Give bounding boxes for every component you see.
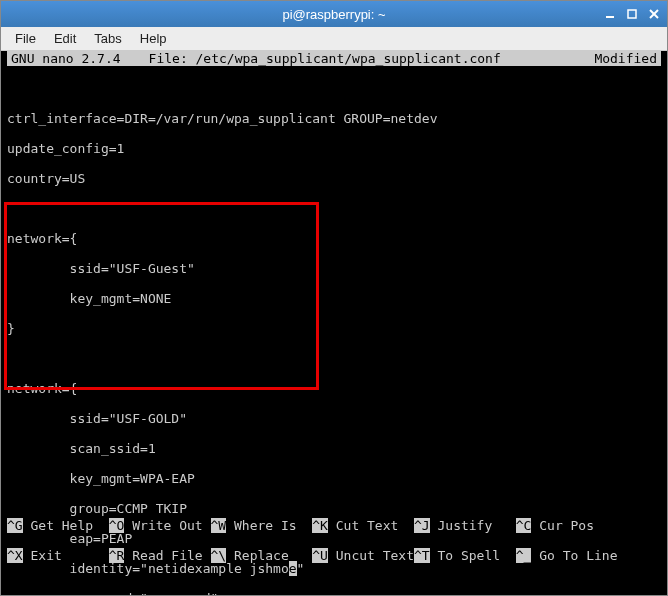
menu-help[interactable]: Help (132, 28, 175, 49)
code-line: ssid="USF-Guest" (7, 261, 661, 276)
code-line: update_config=1 (7, 141, 661, 156)
shortcut-label: Replace (226, 548, 312, 563)
shortcut-key: ^K (312, 518, 328, 533)
code-line: country=US (7, 171, 661, 186)
shortcut-label: Cur Pos (531, 518, 594, 533)
code-line: network={ (7, 231, 661, 246)
shortcut-label: Uncut Text (328, 548, 414, 563)
shortcut-label: Get Help (23, 518, 109, 533)
menu-edit[interactable]: Edit (46, 28, 84, 49)
shortcut-label: Exit (23, 548, 109, 563)
minimize-button[interactable] (601, 6, 619, 22)
code-line: key_mgmt=NONE (7, 291, 661, 306)
code-line (7, 201, 661, 216)
shortcut-key: ^J (414, 518, 430, 533)
shortcut-key: ^X (7, 548, 23, 563)
terminal-window: pi@raspberrypi: ~ File Edit Tabs Help GN… (0, 0, 668, 596)
shortcut-label: Read File (124, 548, 210, 563)
shortcut-label: To Spell (430, 548, 516, 563)
code-line: } (7, 321, 661, 336)
shortcut-label: Cut Text (328, 518, 414, 533)
shortcut-key: ^\ (211, 548, 227, 563)
shortcut-key: ^R (109, 548, 125, 563)
shortcut-label: Where Is (226, 518, 312, 533)
menu-tabs[interactable]: Tabs (86, 28, 129, 49)
nano-status: Modified (594, 51, 657, 66)
window-title: pi@raspberrypi: ~ (1, 7, 667, 22)
code-line: ctrl_interface=DIR=/var/run/wpa_supplica… (7, 111, 661, 126)
shortcut-key: ^W (211, 518, 227, 533)
shortcut-key: ^C (516, 518, 532, 533)
nano-header: GNU nano 2.7.4 File: /etc/wpa_supplicant… (7, 51, 661, 66)
code-line: scan_ssid=1 (7, 441, 661, 456)
maximize-button[interactable] (623, 6, 641, 22)
window-titlebar: pi@raspberrypi: ~ (1, 1, 667, 27)
shortcut-key: ^O (109, 518, 125, 533)
code-line: ssid="USF-GOLD" (7, 411, 661, 426)
shortcut-key: ^U (312, 548, 328, 563)
nano-shortcut-bar: ^G Get Help ^O Write Out ^W Where Is ^K … (7, 503, 661, 593)
nano-file-path: File: /etc/wpa_supplicant/wpa_supplicant… (121, 51, 595, 66)
code-line (7, 81, 661, 96)
terminal-area[interactable]: GNU nano 2.7.4 File: /etc/wpa_supplicant… (1, 51, 667, 595)
shortcut-label: Justify (430, 518, 516, 533)
shortcut-key: ^_ (516, 548, 532, 563)
menu-file[interactable]: File (7, 28, 44, 49)
svg-rect-1 (628, 10, 636, 18)
close-button[interactable] (645, 6, 663, 22)
code-line: key_mgmt=WPA-EAP (7, 471, 661, 486)
nano-app-name: GNU nano 2.7.4 (11, 51, 121, 66)
shortcut-label: Write Out (124, 518, 210, 533)
window-controls (601, 6, 663, 22)
menubar: File Edit Tabs Help (1, 27, 667, 51)
shortcut-label: Go To Line (531, 548, 617, 563)
code-line: network={ (7, 381, 661, 396)
shortcut-key: ^G (7, 518, 23, 533)
shortcut-key: ^T (414, 548, 430, 563)
code-line (7, 351, 661, 366)
